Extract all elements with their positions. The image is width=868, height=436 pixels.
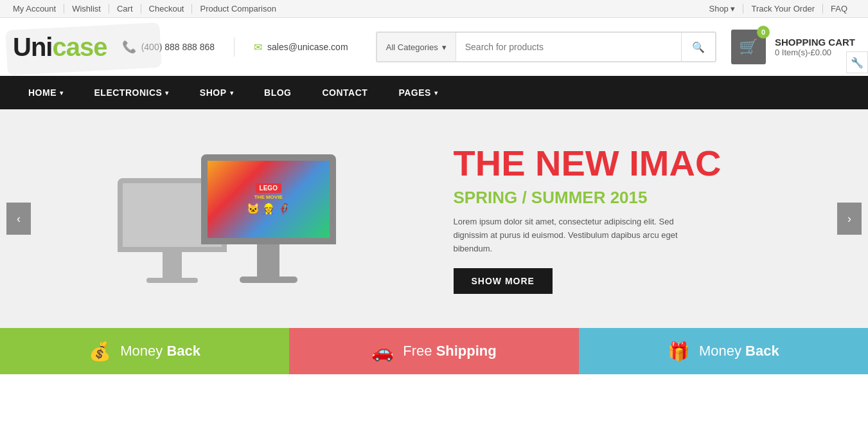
cart-icon-wrap[interactable]: 🛒 0 (731, 30, 766, 64)
email-icon: ✉ (254, 41, 262, 53)
hero-subtitle: SPRING / SUMMER 2015 (454, 188, 830, 208)
feature-banners: 💰 Money Back 🚗 Free Shipping 🎁 Money Bac… (0, 328, 868, 374)
search-category-label: All Categories (386, 42, 438, 52)
nav-home[interactable]: HOME ▾ (13, 76, 79, 109)
cart-info: SHOPPING CART 0 Item(s)-£0.00 (775, 37, 855, 57)
hero-image-area: LEGO THE MOVIE 🐱 👷 🦸 (39, 154, 415, 283)
cart-area[interactable]: 🛒 0 SHOPPING CART 0 Item(s)-£0.00 (731, 30, 855, 64)
hero-description: Lorem ipsum dolor sit amet, consectetur … (454, 215, 698, 255)
email-address: sales@unicase.com (267, 42, 348, 52)
banner-label-light: Money (120, 343, 166, 359)
settings-wrench-button[interactable]: 🔧 (846, 51, 868, 73)
hero-text: THE NEW IMAC SPRING / SUMMER 2015 Lorem … (415, 143, 830, 295)
lego-label: LEGO (256, 183, 281, 193)
banner-label-2: Free Shipping (403, 343, 496, 359)
nav-pages[interactable]: PAGES ▾ (383, 76, 453, 109)
banner-label-bold: Shipping (436, 343, 497, 359)
header: Unicase 📞 (400) 888 888 868 ✉ sales@unic… (0, 18, 868, 76)
banner-label-light: Money (699, 343, 745, 359)
top-bar-left: My Account Wishlist Cart Checkout Produc… (13, 4, 284, 14)
imac-back-base (146, 278, 198, 283)
topbar-wishlist[interactable]: Wishlist (64, 4, 109, 14)
nav-blog[interactable]: BLOG (249, 76, 306, 109)
banner-money-back-1[interactable]: 💰 Money Back (0, 328, 289, 374)
email-contact: ✉ sales@unicase.com (254, 41, 348, 53)
cart-title: SHOPPING CART (775, 37, 855, 48)
character-icon: 👷 (262, 203, 275, 215)
topbar-track-order[interactable]: Track Your Order (743, 4, 822, 14)
banner-free-shipping[interactable]: 🚗 Free Shipping (289, 328, 578, 374)
nav-bar: HOME ▾ ELECTRONICS ▾ SHOP ▾ BLOG CONTACT… (0, 76, 868, 109)
search-input[interactable] (456, 33, 681, 61)
characters: 🐱 👷 🦸 (247, 203, 290, 215)
hero-content: LEGO THE MOVIE 🐱 👷 🦸 THE N (0, 143, 868, 295)
money-back-icon: 💰 (89, 341, 111, 362)
search-bar: All Categories ▾ 🔍 (376, 32, 716, 62)
topbar-checkout[interactable]: Checkout (141, 4, 193, 14)
nav-electronics[interactable]: ELECTRONICS ▾ (79, 76, 184, 109)
search-button[interactable]: 🔍 (681, 33, 715, 61)
hero-show-more-button[interactable]: SHOW MORE (454, 268, 553, 294)
gift-icon: 🎁 (668, 341, 690, 362)
nav-shop[interactable]: SHOP ▾ (184, 76, 249, 109)
banner-money-back-2[interactable]: 🎁 Money Back (579, 328, 868, 374)
movie-label: THE MOVIE (254, 194, 283, 200)
logo[interactable]: Unicase (13, 33, 107, 62)
banner-label-bold: Back (745, 343, 779, 359)
topbar-shop[interactable]: Shop ▾ (709, 4, 743, 14)
topbar-cart[interactable]: Cart (109, 4, 141, 14)
cart-count: 0 Item(s)-£0.00 (775, 48, 855, 57)
logo-uni: Uni (13, 33, 52, 61)
cart-badge: 0 (757, 26, 770, 39)
shipping-icon: 🚗 (371, 341, 394, 362)
banner-label-3: Money Back (699, 343, 779, 359)
imac-back-stand (163, 252, 182, 278)
imac-front-stand (257, 244, 279, 277)
character-icon: 🐱 (247, 203, 260, 215)
topbar-faq[interactable]: FAQ (822, 4, 855, 14)
imac-front: LEGO THE MOVIE 🐱 👷 🦸 (201, 154, 336, 283)
logo-case: case (52, 33, 107, 61)
imac-front-screen: LEGO THE MOVIE 🐱 👷 🦸 (201, 154, 336, 244)
cart-icon: 🛒 (739, 38, 758, 56)
imac-screen-content: LEGO THE MOVIE 🐱 👷 🦸 (208, 161, 330, 238)
nav-contact[interactable]: CONTACT (306, 76, 383, 109)
slider-prev-button[interactable]: ‹ (6, 203, 31, 235)
character-icon: 🦸 (278, 203, 290, 215)
chevron-down-icon: ▾ (230, 89, 234, 96)
banner-label-1: Money Back (120, 343, 200, 359)
banner-label-bold: Back (166, 343, 200, 359)
top-bar-right: Shop ▾ Track Your Order FAQ (709, 4, 855, 14)
topbar-product-comparison[interactable]: Product Comparison (192, 4, 284, 14)
top-bar: My Account Wishlist Cart Checkout Produc… (0, 0, 868, 18)
chevron-down-icon: ▾ (434, 89, 438, 96)
imac-front-base (240, 277, 297, 283)
search-category-dropdown[interactable]: All Categories ▾ (377, 33, 456, 61)
chevron-down-icon: ▾ (60, 89, 64, 96)
banner-label-light: Free (403, 343, 436, 359)
hero-title: THE NEW IMAC (454, 143, 830, 183)
topbar-my-account[interactable]: My Account (13, 4, 64, 14)
hero-slider: ‹ LEGO THE MOVIE (0, 109, 868, 328)
chevron-down-icon: ▾ (165, 89, 169, 96)
chevron-down-icon: ▾ (442, 42, 447, 52)
product-image: LEGO THE MOVIE 🐱 👷 🦸 (118, 154, 336, 283)
slider-next-button[interactable]: › (837, 203, 862, 235)
